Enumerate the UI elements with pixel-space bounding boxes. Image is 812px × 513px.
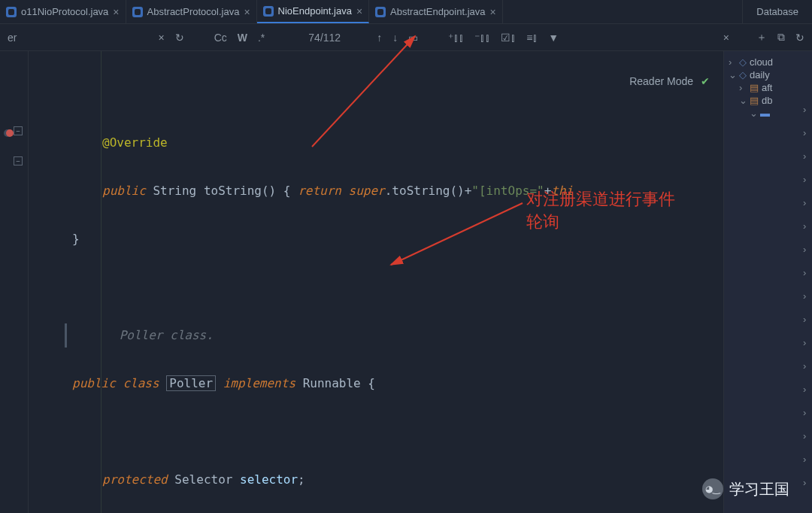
- editor-tabs: o11NioProtocol.java × AbstractProtocol.j…: [0, 0, 812, 24]
- refresh-db-icon[interactable]: ↻: [795, 32, 804, 44]
- database-tab[interactable]: Database: [742, 0, 812, 23]
- filter-icon[interactable]: ▼: [548, 32, 559, 44]
- tab-label: AbstractProtocol.java: [147, 6, 240, 17]
- find-label: er: [8, 32, 17, 44]
- add-selection-icon[interactable]: ⁺⫿⫿: [448, 32, 464, 44]
- java-file-icon: [263, 6, 274, 17]
- database-panel: ›◇cloud ⌄◇daily ›▤aft ⌄▤db ⌄▬ ››››››››››…: [723, 51, 812, 513]
- watermark: ◕‿ 学习王国: [702, 478, 789, 499]
- java-file-icon: [375, 7, 386, 17]
- close-icon[interactable]: ×: [356, 5, 362, 17]
- fold-icon[interactable]: −: [14, 126, 23, 135]
- add-datasource-icon[interactable]: ＋: [756, 31, 767, 44]
- tab-label: o11NioProtocol.java: [21, 6, 108, 17]
- words-toggle[interactable]: W: [238, 32, 247, 44]
- fold-icon[interactable]: −: [14, 156, 23, 165]
- java-file-icon: [6, 7, 17, 17]
- java-file-icon: [132, 7, 143, 17]
- prev-match-icon[interactable]: ↑: [377, 32, 382, 44]
- close-icon[interactable]: ×: [490, 6, 496, 18]
- clear-icon[interactable]: ×: [158, 32, 164, 44]
- indent-guide: [101, 51, 102, 513]
- tab-label: AbstractEndpoint.java: [390, 6, 485, 17]
- tree-item-schema[interactable]: ⌄▬: [727, 107, 809, 120]
- gutter: − −: [0, 51, 29, 513]
- copy-icon[interactable]: ⧉: [777, 31, 785, 44]
- tab-abstractprotocol[interactable]: AbstractProtocol.java ×: [126, 0, 257, 23]
- tab-label: NioEndpoint.java: [278, 5, 352, 17]
- tab-nioprotocol[interactable]: o11NioProtocol.java ×: [0, 0, 126, 23]
- tab-abstractendpoint[interactable]: AbstractEndpoint.java ×: [369, 0, 503, 23]
- close-icon[interactable]: ×: [113, 6, 119, 18]
- refresh-icon[interactable]: ↻: [175, 32, 184, 44]
- match-count: 74/112: [308, 32, 341, 44]
- tree-item-aft[interactable]: ›▤aft: [727, 81, 809, 94]
- settings-icon[interactable]: ≡⫿: [526, 32, 538, 44]
- tree-item-db[interactable]: ⌄▤db: [727, 94, 809, 107]
- regex-toggle[interactable]: .*: [258, 32, 265, 44]
- next-match-icon[interactable]: ↓: [392, 32, 398, 44]
- check-icon: ✔: [701, 75, 710, 87]
- select-all-icon[interactable]: ▭: [408, 32, 418, 44]
- wechat-icon: ◕‿: [702, 478, 723, 499]
- tree-scroll[interactable]: ›››››››››››››››››: [803, 104, 810, 488]
- checkbox-icon[interactable]: ☑⫿: [501, 32, 516, 44]
- tree-item-cloud[interactable]: ›◇cloud: [727, 56, 809, 68]
- code-editor[interactable]: 💡 @Override public String toString() { r…: [29, 51, 723, 513]
- find-toolbar: er × ↻ Cc W .* 74/112 ↑ ↓ ▭ ⁺⫿⫿ ⁻⫿⫿ ☑⫿ ≡…: [0, 24, 812, 51]
- remove-selection-icon[interactable]: ⁻⫿⫿: [474, 32, 490, 44]
- breakpoint-icon[interactable]: [6, 129, 14, 137]
- reader-mode-toggle[interactable]: Reader Mode ✔: [629, 75, 710, 87]
- match-case-toggle[interactable]: Cc: [214, 32, 227, 44]
- close-find-icon[interactable]: ×: [723, 32, 729, 44]
- tab-nioendpoint[interactable]: NioEndpoint.java ×: [257, 0, 369, 23]
- close-icon[interactable]: ×: [244, 6, 250, 18]
- tree-item-daily[interactable]: ⌄◇daily: [727, 68, 809, 81]
